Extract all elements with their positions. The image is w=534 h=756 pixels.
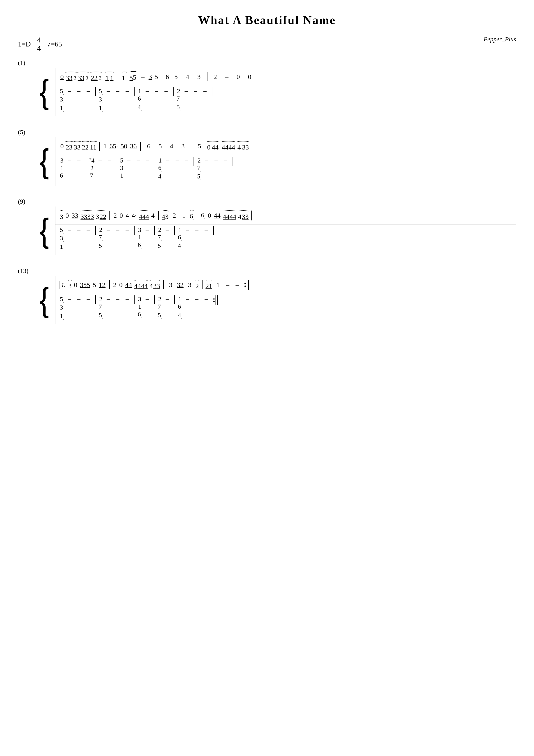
barline-1 (118, 72, 118, 81)
bass-staff-3: 5. 3. 1. – – – 2 7. 5. – – – (55, 225, 516, 253)
bass-chord-17: 3 1 6. (138, 295, 142, 319)
section-num-3: (9) (18, 198, 516, 205)
section-3: (9) ｛ 3 0 33 3333 (18, 198, 516, 255)
repeat-final-barline (244, 280, 249, 290)
section-num-1: (1) (18, 59, 516, 67)
grand-staff-3: ｛ 3 0 33 3333 (18, 206, 516, 255)
grand-staff-4: ｛ 1. 3 0 355 5 12 (18, 276, 516, 324)
section-num-4: (13) (18, 267, 516, 275)
staves-1: 0 33 3 33 3 (55, 68, 516, 116)
bass-chord-3: 1 6. 4. (138, 87, 142, 112)
bass-chord-9: 2 7. 5. (197, 157, 201, 181)
section-num-2: (5) (18, 129, 516, 136)
meta-row: 1=D 4 4 ♪=65 Pepper_Plus (18, 36, 516, 53)
brace-2: ｛ (18, 137, 54, 186)
slur-group-2: 33 3 (77, 71, 89, 82)
section-2: (5) ｛ 0 23 33 (18, 129, 516, 186)
staves-4: 1. 3 0 355 5 12 2 0 44 (55, 276, 516, 324)
key-signature: 1=D (18, 40, 31, 48)
final-bar-2 (252, 141, 252, 151)
treble-staff-4: 1. 3 0 355 5 12 2 0 44 (55, 276, 516, 294)
bass-chord-13: 2 7. 5. (158, 226, 162, 250)
staves-2: 0 23 33 (55, 137, 516, 186)
bass-chord-11: 2 7. 5. (99, 226, 103, 250)
treble-staff-2: 0 23 33 (55, 137, 516, 155)
barline-end-1 (258, 72, 258, 81)
barline-2 (162, 72, 162, 81)
bass-chord-4: 2 7. 5. (177, 87, 181, 112)
staves-3: 3 0 33 3333 3 22 (55, 206, 516, 255)
page-title: What A Beautiful Name (18, 14, 516, 27)
barline-3 (207, 72, 208, 81)
volta-label: 1. (59, 281, 67, 289)
meta-left: 1=D 4 4 ♪=65 (18, 36, 62, 53)
slur-group-1: 33 3 (65, 71, 77, 82)
section-4: (13) ｛ 1. 3 0 355 5 12 (18, 267, 516, 324)
bass-chord-7: 5 3 1 (120, 157, 123, 179)
bass-staff-4: 5. 3. 1. – – – 2 7. 5. – – – (55, 294, 516, 322)
grand-staff-1: ｛ 0 33 3 33 (18, 68, 516, 116)
bass-repeat-final-barline (213, 295, 218, 305)
barline-end-3 (251, 210, 252, 220)
treble-staff-1: 0 33 3 33 3 (55, 68, 516, 86)
bass-chord-12: 3 1 6. (138, 226, 142, 250)
bass-chord-5: 3 1 6. (60, 157, 64, 180)
composer: Pepper_Plus (484, 36, 516, 43)
brace-3: ｛ (18, 206, 54, 255)
time-sig: 4 4 (37, 36, 41, 53)
tempo: ♪=65 (47, 40, 62, 48)
section-1: (1) ｛ 0 33 3 (18, 59, 516, 116)
bass-chord-19: 1 6. 4. (178, 295, 182, 320)
bass-staff-1: 5. 3. 1. – – – 5. 3. 1. – – (55, 86, 516, 114)
note-0: 0 (60, 73, 64, 81)
bass-chord-15: 5. 3. 1. (60, 295, 64, 320)
bass-chord-16: 2 7. 5. (99, 295, 103, 320)
brace-1: ｛ (18, 68, 54, 116)
treble-staff-3: 3 0 33 3333 3 22 (55, 206, 516, 225)
bass-staff-2: 3 1 6. – – #4 2 7. – – (55, 155, 516, 182)
bass-chord-10: 5. 3. 1. (60, 226, 64, 251)
grand-staff-2: ｛ 0 23 33 (18, 137, 516, 186)
bass-chord-14: 1 6. 4. (178, 226, 182, 250)
bass-chord-18: 2 7. 5. (158, 295, 162, 320)
bass-chord-1: 5. 3. 1. (60, 87, 64, 113)
bass-chord-6: #4 2 7. (89, 157, 95, 180)
bass-chord-2: 5. 3. 1. (99, 87, 103, 113)
bass-chord-8: 1 6. 4. (158, 157, 163, 181)
brace-4: ｛ (18, 276, 54, 324)
page: What A Beautiful Name 1=D 4 4 ♪=65 Peppe… (18, 14, 516, 324)
